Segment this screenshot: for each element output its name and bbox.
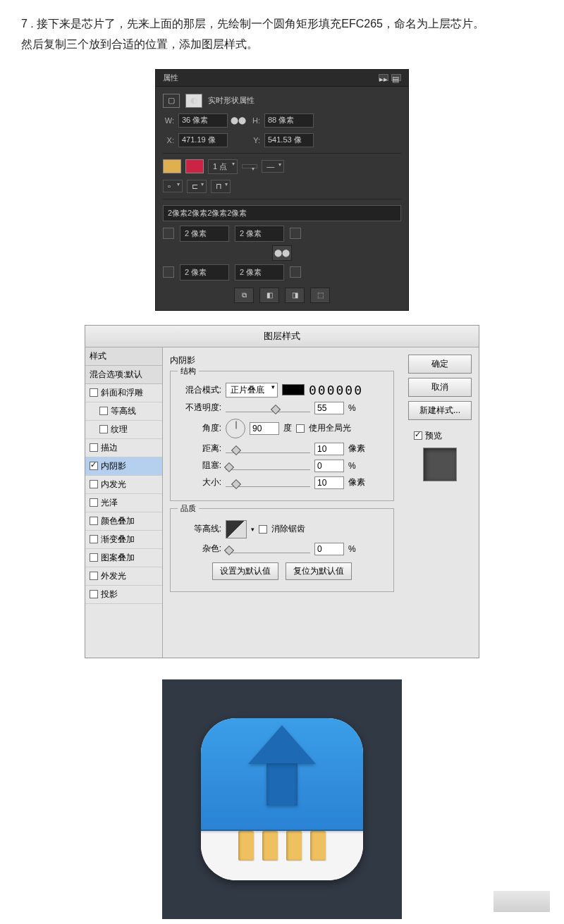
panel-menu-icon[interactable]: ▸▸ <box>379 74 388 81</box>
width-label: W: <box>163 116 174 125</box>
sidebar-item-4[interactable]: 内阴影 <box>85 457 162 476</box>
path-op-2-icon[interactable]: ◧ <box>259 288 279 303</box>
height-input[interactable] <box>264 113 314 128</box>
arrow-up-icon <box>248 725 316 806</box>
style-checkbox[interactable] <box>90 517 98 525</box>
style-checkbox[interactable] <box>90 462 98 470</box>
sidebar-header-blend[interactable]: 混合选项:默认 <box>85 366 162 384</box>
sidebar-item-2[interactable]: 纹理 <box>85 421 162 439</box>
choke-input[interactable] <box>314 460 344 472</box>
chip-icon <box>286 831 302 861</box>
corner-bl-icon[interactable] <box>163 266 174 278</box>
width-input[interactable] <box>178 113 228 128</box>
path-op-4-icon[interactable]: ⬚ <box>310 288 330 303</box>
contour-arrow-icon[interactable]: ▾ <box>251 526 255 533</box>
radius-tl-input[interactable]: 2 像素 <box>180 226 229 242</box>
radius-tr-input[interactable]: 2 像素 <box>235 226 284 242</box>
reset-default-button[interactable]: 复位为默认值 <box>286 562 352 580</box>
style-label: 内阴影 <box>101 460 126 472</box>
fill-swatch[interactable] <box>163 159 181 173</box>
sidebar-header-styles[interactable]: 样式 <box>85 347 162 366</box>
make-default-button[interactable]: 设置为默认值 <box>212 562 278 580</box>
group-quality-label: 品质 <box>178 503 199 514</box>
sidebar-item-9[interactable]: 图案叠加 <box>85 549 162 567</box>
style-checkbox[interactable] <box>90 535 98 543</box>
sidebar-item-10[interactable]: 外发光 <box>85 567 162 586</box>
style-checkbox[interactable] <box>90 480 98 488</box>
corner-br-icon[interactable] <box>290 266 301 278</box>
sidebar-item-1[interactable]: 等高线 <box>85 402 162 421</box>
angle-input[interactable] <box>250 422 279 435</box>
radius-bl-input[interactable]: 2 像素 <box>180 264 229 281</box>
style-checkbox[interactable] <box>90 498 98 507</box>
shape-mode-icon[interactable]: ▢ <box>163 94 180 108</box>
color-hex: 000000 <box>309 383 363 398</box>
choke-slider[interactable] <box>226 462 310 470</box>
px-unit: 像素 <box>348 443 365 455</box>
panel-menu-icon[interactable]: ▤ <box>391 74 401 81</box>
sidebar-item-3[interactable]: 描边 <box>85 439 162 457</box>
style-checkbox[interactable] <box>90 572 98 580</box>
decoration <box>494 891 550 912</box>
global-light-label: 使用全局光 <box>309 422 351 434</box>
stroke-swatch[interactable] <box>185 159 204 173</box>
caps-dropdown[interactable]: ⊏ <box>187 180 207 193</box>
global-light-checkbox[interactable] <box>296 424 305 433</box>
y-input[interactable] <box>264 133 314 147</box>
angle-dial[interactable] <box>226 419 245 438</box>
style-checkbox[interactable] <box>90 443 98 452</box>
corners-dropdown[interactable]: ⊓ <box>211 180 231 193</box>
noise-slider[interactable] <box>226 545 310 553</box>
stroke-style-dropdown[interactable] <box>242 164 257 168</box>
align-dropdown[interactable]: ▫ <box>163 180 183 192</box>
pct-unit: % <box>348 544 356 554</box>
antialias-checkbox[interactable] <box>259 525 267 534</box>
sidebar-item-0[interactable]: 斜面和浮雕 <box>85 384 162 402</box>
sidebar-item-5[interactable]: 内发光 <box>85 476 162 494</box>
size-input[interactable] <box>314 476 344 489</box>
link-radii-icon[interactable]: ⬤⬤ <box>272 245 292 261</box>
cancel-button[interactable]: 取消 <box>408 378 472 397</box>
radius-br-input[interactable]: 2 像素 <box>235 264 284 281</box>
radius-header: 2像素2像素2像素2像素 <box>163 205 401 221</box>
style-checkbox[interactable] <box>99 407 108 415</box>
color-swatch[interactable] <box>282 384 305 395</box>
sidebar-item-8[interactable]: 渐变叠加 <box>85 531 162 549</box>
properties-panel: 属性 ▸▸ ▤ ▢ ◐ 实时形状属性 W: ⬤⬤ H: X: ⬤ Y: <box>155 69 409 311</box>
sidebar-item-7[interactable]: 颜色叠加 <box>85 512 162 531</box>
new-style-button[interactable]: 新建样式... <box>408 401 472 420</box>
stroke-dash-dropdown[interactable]: — <box>262 160 284 173</box>
ok-button[interactable]: 确定 <box>408 355 472 374</box>
opacity-input[interactable] <box>314 402 344 414</box>
noise-input[interactable] <box>314 543 344 555</box>
size-slider[interactable] <box>226 479 310 487</box>
panel-subtitle: 实时形状属性 <box>208 95 255 106</box>
path-op-3-icon[interactable]: ◨ <box>285 288 305 303</box>
contour-picker[interactable] <box>226 520 247 538</box>
style-checkbox[interactable] <box>90 388 98 397</box>
corner-tr-icon[interactable] <box>290 228 301 239</box>
sidebar-item-11[interactable]: 投影 <box>85 586 162 604</box>
sidebar-item-6[interactable]: 光泽 <box>85 494 162 512</box>
x-label: X: <box>163 136 174 144</box>
stroke-width-dropdown[interactable]: 1 点 <box>208 159 238 174</box>
style-checkbox[interactable] <box>99 425 108 433</box>
x-input[interactable] <box>178 133 228 147</box>
style-checkbox[interactable] <box>90 590 98 598</box>
distance-slider[interactable] <box>226 445 310 453</box>
opacity-slider[interactable] <box>226 404 310 412</box>
height-label: H: <box>249 116 260 125</box>
preview-swatch <box>423 448 457 481</box>
style-checkbox[interactable] <box>90 553 98 562</box>
blendmode-select[interactable]: 正片叠底 <box>226 383 278 398</box>
y-label: Y: <box>249 136 260 144</box>
mask-mode-icon[interactable]: ◐ <box>185 94 202 108</box>
corner-tl-icon[interactable] <box>163 228 174 239</box>
section-title: 内阴影 <box>170 355 394 366</box>
style-label: 图案叠加 <box>101 552 135 564</box>
link-wh-icon[interactable]: ⬤⬤ <box>232 116 245 125</box>
preview-checkbox[interactable] <box>414 431 422 440</box>
path-op-1-icon[interactable]: ⧉ <box>234 288 254 303</box>
style-label: 等高线 <box>111 405 136 417</box>
distance-input[interactable] <box>314 443 344 455</box>
